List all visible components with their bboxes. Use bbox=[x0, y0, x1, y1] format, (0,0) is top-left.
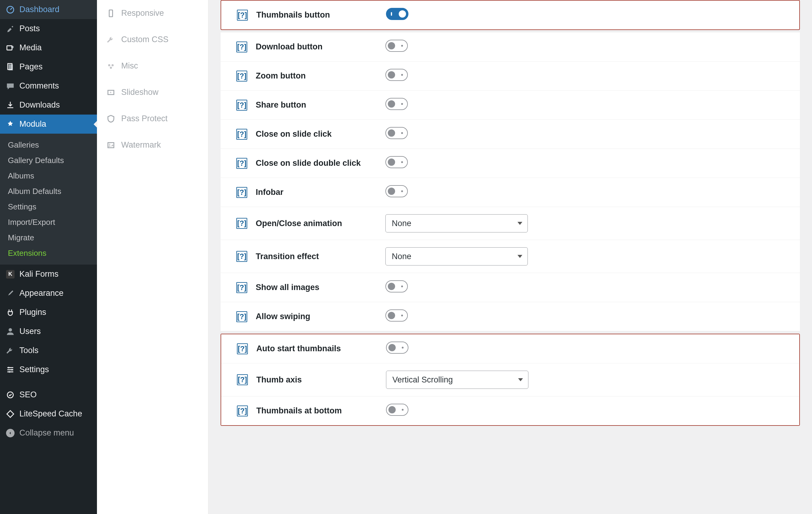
menu-comments[interactable]: Comments bbox=[0, 76, 97, 95]
menu-dashboard[interactable]: Dashboard bbox=[0, 0, 97, 19]
menu-litespeed[interactable]: LiteSpeed Cache bbox=[0, 404, 97, 423]
tab-watermark[interactable]: Watermark bbox=[97, 132, 208, 158]
menu-plugins[interactable]: Plugins bbox=[0, 303, 97, 322]
submenu-migrate[interactable]: Migrate bbox=[0, 230, 97, 246]
menu-pages[interactable]: Pages bbox=[0, 57, 97, 76]
svg-rect-1 bbox=[7, 46, 12, 50]
menu-tools[interactable]: Tools bbox=[0, 341, 97, 360]
toggle-thumbnails-button[interactable] bbox=[386, 8, 408, 20]
tab-responsive[interactable]: Responsive bbox=[97, 0, 208, 26]
menu-label: Comments bbox=[20, 81, 59, 91]
toggle-infobar[interactable] bbox=[385, 185, 408, 197]
menu-modula[interactable]: Modula bbox=[0, 115, 97, 134]
menu-label: Downloads bbox=[20, 100, 60, 110]
tab-custom-css[interactable]: Custom CSS bbox=[97, 26, 208, 53]
plug-icon bbox=[6, 308, 14, 317]
submenu-album-defaults[interactable]: Album Defaults bbox=[0, 184, 97, 199]
row-auto-start-thumbnails: [?] Auto start thumbnails bbox=[221, 334, 799, 363]
modula-submenu: Galleries Gallery Defaults Albums Album … bbox=[0, 134, 97, 264]
row-label: Thumb axis bbox=[256, 375, 378, 384]
help-icon[interactable]: [?] bbox=[237, 374, 248, 385]
submenu-import-export[interactable]: Import/Export bbox=[0, 215, 97, 230]
tab-pass-protect[interactable]: Pass Protect bbox=[97, 106, 208, 132]
row-close-slide-dblclick: [?] Close on slide double click bbox=[221, 149, 800, 178]
toggle-allow-swiping[interactable] bbox=[385, 309, 408, 321]
row-label: Open/Close animation bbox=[256, 219, 377, 228]
row-thumbnails-at-bottom: [?] Thumbnails at bottom bbox=[221, 396, 799, 425]
toggle-show-all-images[interactable] bbox=[385, 280, 408, 292]
menu-kali-forms[interactable]: K Kali Forms bbox=[0, 264, 97, 284]
tab-label: Custom CSS bbox=[121, 35, 169, 44]
svg-point-16 bbox=[109, 144, 110, 145]
svg-rect-4 bbox=[8, 64, 13, 70]
row-open-close-animation: [?] Open/Close animation None bbox=[221, 207, 800, 240]
row-label: Transition effect bbox=[256, 252, 377, 261]
help-icon[interactable]: [?] bbox=[236, 70, 247, 82]
collapse-icon bbox=[6, 429, 14, 437]
svg-point-2 bbox=[11, 46, 13, 48]
help-icon[interactable]: [?] bbox=[236, 218, 247, 229]
tab-misc[interactable]: Misc bbox=[97, 53, 208, 79]
help-icon[interactable]: [?] bbox=[236, 187, 247, 198]
help-icon[interactable]: [?] bbox=[236, 41, 247, 52]
row-transition-effect: [?] Transition effect None bbox=[221, 240, 800, 273]
row-show-all-images: [?] Show all images bbox=[221, 273, 800, 302]
settings-panel: [?] Thumbnails button [?] Download butto… bbox=[208, 0, 812, 514]
help-icon[interactable]: [?] bbox=[237, 343, 248, 354]
select-open-close-animation[interactable]: None bbox=[385, 214, 528, 232]
menu-posts[interactable]: Posts bbox=[0, 19, 97, 38]
row-label: Auto start thumbnails bbox=[256, 344, 378, 353]
row-label: Zoom button bbox=[256, 71, 377, 81]
menu-label: Modula bbox=[20, 119, 46, 129]
toggle-close-slide-click[interactable] bbox=[385, 127, 408, 139]
submenu-albums[interactable]: Albums bbox=[0, 168, 97, 184]
toggle-auto-start-thumbnails[interactable] bbox=[386, 342, 408, 354]
menu-label: Pages bbox=[20, 62, 43, 72]
help-icon[interactable]: [?] bbox=[236, 311, 247, 322]
row-allow-swiping: [?] Allow swiping bbox=[221, 302, 800, 331]
help-icon[interactable]: [?] bbox=[236, 129, 247, 140]
phone-icon bbox=[107, 9, 115, 18]
toggle-share-button[interactable] bbox=[385, 98, 408, 110]
help-icon[interactable]: [?] bbox=[236, 282, 247, 293]
help-icon[interactable]: [?] bbox=[237, 405, 248, 417]
collapse-menu[interactable]: Collapse menu bbox=[0, 423, 97, 442]
thumbnail-settings-group: [?] Auto start thumbnails [?] Thumb axis… bbox=[221, 334, 800, 426]
help-icon[interactable]: [?] bbox=[237, 10, 248, 21]
row-zoom-button: [?] Zoom button bbox=[221, 61, 800, 91]
help-icon[interactable]: [?] bbox=[236, 158, 247, 169]
menu-media[interactable]: Media bbox=[0, 38, 97, 57]
tab-slideshow[interactable]: Slideshow bbox=[97, 79, 208, 106]
select-thumb-axis[interactable]: Vertical Scrolling bbox=[386, 371, 528, 389]
submenu-gallery-defaults[interactable]: Gallery Defaults bbox=[0, 153, 97, 168]
toggle-download-button[interactable] bbox=[385, 40, 408, 52]
menu-settings[interactable]: Settings bbox=[0, 360, 97, 379]
toggle-thumbnails-at-bottom[interactable] bbox=[386, 404, 408, 416]
comment-icon bbox=[6, 82, 14, 90]
brush-icon bbox=[6, 289, 14, 297]
row-thumb-axis: [?] Thumb axis Vertical Scrolling bbox=[221, 363, 799, 396]
gear-star-icon bbox=[6, 120, 14, 128]
shield-icon bbox=[107, 115, 115, 123]
svg-point-6 bbox=[8, 367, 10, 369]
toggle-zoom-button[interactable] bbox=[385, 69, 408, 81]
collapse-label: Collapse menu bbox=[20, 428, 74, 438]
seo-icon bbox=[6, 391, 14, 399]
submenu-extensions[interactable]: Extensions bbox=[0, 246, 97, 261]
menu-users[interactable]: Users bbox=[0, 322, 97, 341]
row-label: Allow swiping bbox=[256, 312, 377, 321]
menu-seo[interactable]: SEO bbox=[0, 385, 97, 404]
menu-label: Tools bbox=[20, 346, 38, 355]
help-icon[interactable]: [?] bbox=[236, 251, 247, 262]
submenu-settings[interactable]: Settings bbox=[0, 199, 97, 215]
tab-label: Watermark bbox=[121, 140, 161, 150]
submenu-galleries[interactable]: Galleries bbox=[0, 137, 97, 153]
toggle-close-slide-dblclick[interactable] bbox=[385, 156, 408, 168]
row-download-button: [?] Download button bbox=[221, 32, 800, 61]
menu-downloads[interactable]: Downloads bbox=[0, 95, 97, 115]
select-transition-effect[interactable]: None bbox=[385, 247, 528, 265]
menu-appearance[interactable]: Appearance bbox=[0, 284, 97, 303]
user-icon bbox=[6, 327, 14, 336]
help-icon[interactable]: [?] bbox=[236, 100, 247, 111]
svg-point-12 bbox=[112, 64, 114, 66]
